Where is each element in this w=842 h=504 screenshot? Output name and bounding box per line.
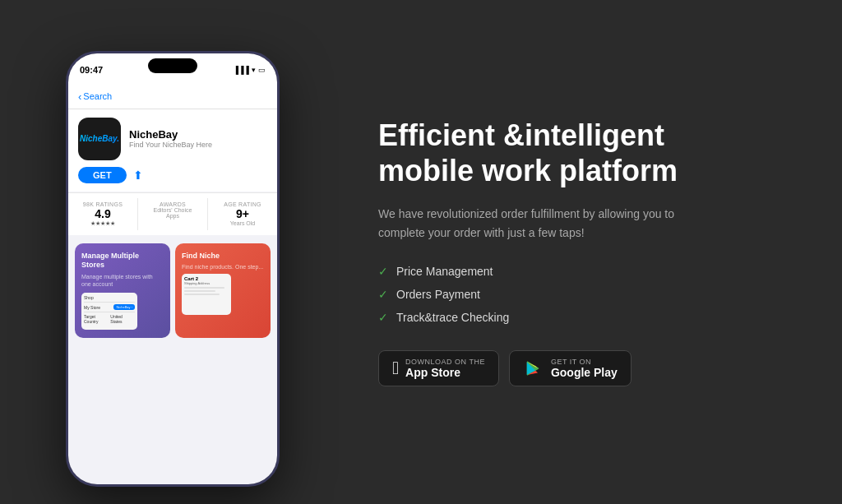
mini-cart-mockup: Cart 2 Shipping Address	[182, 274, 231, 315]
app-store-small-text: Download on the	[405, 358, 485, 366]
check-icon-track: ✓	[378, 311, 388, 324]
headline-line1: Efficient &intelligent	[378, 118, 664, 152]
google-play-badge[interactable]: GET IT ON Google Play	[509, 350, 632, 386]
app-info-section: NicheBay. NicheBay Find Your NicheBay He…	[68, 109, 277, 192]
feature-card-niche: Find Niche Find niche products. One step…	[175, 243, 271, 339]
google-play-icon	[525, 359, 543, 377]
mini-shop-label: Shop	[84, 295, 94, 300]
app-store-big-text: App Store	[405, 366, 485, 379]
app-subtitle: Find Your NicheBay Here	[129, 141, 267, 149]
back-link[interactable]: ‹ Search	[78, 91, 267, 102]
phone-status-icons: ▐▐▐ ▾ ▭	[234, 66, 266, 74]
ratings-row: 98K RATINGS 4.9 ★★★★★ AWARDS Editors' Ch…	[68, 192, 277, 235]
apple-icon: 	[392, 358, 399, 379]
main-headline: Efficient &intelligent mobile work platf…	[378, 118, 801, 188]
app-store-text: Download on the App Store	[405, 358, 485, 379]
mini-my-store: My Store	[84, 305, 100, 310]
google-play-big-text: Google Play	[551, 366, 618, 379]
battery-icon: ▭	[258, 66, 266, 74]
feature-text-track: Track&trace Checking	[396, 311, 509, 324]
phone-section: 09:47 ▐▐▐ ▾ ▭ ‹ Search NicheBay.	[0, 0, 345, 504]
get-button[interactable]: GET	[78, 167, 127, 183]
mini-phone-mockup: Shop My Store NicheBay › Target Country …	[81, 293, 137, 330]
feature-item-orders: ✓ Orders Payment	[378, 288, 801, 301]
feature-item-price: ✓ Price Management	[378, 265, 801, 278]
app-title-block: NicheBay Find Your NicheBay Here	[129, 128, 267, 149]
mini-cart-line1	[184, 287, 224, 289]
phone-frame: 09:47 ▐▐▐ ▾ ▭ ‹ Search NicheBay.	[66, 51, 280, 487]
rating-value: 4.9	[72, 207, 134, 220]
app-store-badge[interactable]:  Download on the App Store	[378, 350, 499, 386]
feature-card-manage: Manage Multiple Stores Manage multiple s…	[75, 243, 170, 339]
feature-list: ✓ Price Management ✓ Orders Payment ✓ Tr…	[378, 265, 801, 324]
app-get-row: GET ⬆	[78, 167, 267, 183]
age-label: AGE RATING	[211, 201, 274, 207]
awards-col: AWARDS Editors' Choice Apps	[138, 198, 208, 230]
check-icon-price: ✓	[378, 265, 388, 278]
awards-label: AWARDS	[141, 201, 204, 207]
age-value: 9+	[211, 207, 274, 220]
feature-item-track: ✓ Track&trace Checking	[378, 311, 801, 324]
share-icon[interactable]: ⬆	[133, 169, 143, 182]
mini-row: Shop	[84, 295, 135, 300]
mini-cart-line2	[184, 290, 215, 292]
headline-line2: mobile work platform	[378, 154, 678, 187]
app-icon-text: NicheBay.	[80, 134, 119, 143]
card1-title: Manage Multiple Stores	[81, 252, 164, 270]
content-section: Efficient &intelligent mobile work platf…	[345, 85, 842, 419]
wifi-icon: ▾	[252, 66, 256, 74]
chevron-left-icon: ‹	[78, 91, 81, 102]
phone-status-bar: 09:47 ▐▐▐ ▾ ▭	[68, 53, 277, 86]
feature-text-price: Price Management	[396, 265, 493, 278]
app-store-nav: ‹ Search	[68, 86, 277, 109]
age-col: AGE RATING 9+ Years Old	[208, 198, 277, 230]
app-header-row: NicheBay. NicheBay Find Your NicheBay He…	[78, 118, 267, 160]
phone-screen: ‹ Search NicheBay. NicheBay Find Your Ni…	[68, 86, 277, 484]
editors-choice: Editors' Choice	[141, 207, 204, 213]
store-badges:  Download on the App Store GET IT ON Go…	[378, 350, 801, 386]
check-icon-orders: ✓	[378, 288, 388, 301]
mini-chip: NicheBay ›	[113, 304, 135, 310]
mini-country-label: Target Country	[84, 314, 110, 324]
mini-country-row: Target Country United States	[84, 314, 135, 324]
app-name: NicheBay	[129, 128, 267, 141]
ratings-col: 98K RATINGS 4.9 ★★★★★	[68, 198, 138, 230]
feature-cards: Manage Multiple Stores Manage multiple s…	[68, 237, 277, 345]
signal-icon: ▐▐▐	[234, 66, 249, 74]
rating-stars: ★★★★★	[72, 220, 134, 227]
google-play-text: GET IT ON Google Play	[551, 358, 618, 379]
app-icon: NicheBay.	[78, 118, 121, 160]
mini-cart-shipping: Shipping Address	[184, 281, 229, 285]
mini-store-row: My Store NicheBay ›	[84, 304, 135, 310]
play-icon-wrapper	[523, 358, 544, 379]
phone-notch	[148, 58, 197, 73]
card2-title: Find Niche	[182, 252, 264, 261]
back-label: Search	[83, 91, 112, 101]
mini-country-val: United States	[110, 314, 135, 324]
age-sub: Years Old	[211, 220, 274, 226]
google-play-small-text: GET IT ON	[551, 358, 618, 366]
card1-subtitle: Manage multiple stores with one account	[81, 273, 164, 288]
ratings-label: 98K RATINGS	[72, 201, 134, 207]
mini-divider	[84, 302, 135, 303]
mini-divider2	[84, 312, 135, 312]
phone-time: 09:47	[80, 65, 103, 75]
apps-label: Apps	[141, 213, 204, 219]
feature-text-orders: Orders Payment	[396, 288, 480, 301]
mini-cart-line3	[184, 294, 220, 295]
sub-description: We have revolutionized order fulfillment…	[378, 205, 691, 242]
card2-subtitle: Find niche products. One step...	[182, 263, 264, 270]
